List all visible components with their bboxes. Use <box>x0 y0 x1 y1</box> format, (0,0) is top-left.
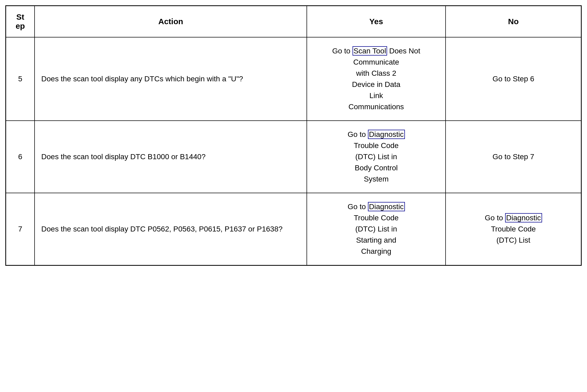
no-cell: Go to Step 7 <box>446 121 581 193</box>
action-cell: Does the scan tool display DTC B1000 or … <box>35 121 307 193</box>
header-action: Action <box>35 6 307 37</box>
step-number: 5 <box>6 37 35 121</box>
table-row: 6 Does the scan tool display DTC B1000 o… <box>6 121 581 193</box>
step-number: 6 <box>6 121 35 193</box>
table-row: 7 Does the scan tool display DTC P0562, … <box>6 193 581 265</box>
header-no: No <box>446 6 581 37</box>
diagnostic-link-row7-yes[interactable]: Diagnostic <box>368 202 405 211</box>
step-number: 7 <box>6 193 35 265</box>
scan-tool-link[interactable]: Scan Tool <box>353 46 387 56</box>
header-step: Step <box>6 6 35 37</box>
action-cell: Does the scan tool display DTC P0562, P0… <box>35 193 307 265</box>
no-cell: Go to Step 6 <box>446 37 581 121</box>
table-wrapper: Step Action Yes No 5 Does the scan tool … <box>0 0 587 392</box>
yes-cell: Go to Diagnostic Trouble Code (DTC) List… <box>307 121 446 193</box>
header-yes: Yes <box>307 6 446 37</box>
diagnostic-table: Step Action Yes No 5 Does the scan tool … <box>5 5 582 266</box>
diagnostic-link-row6-yes[interactable]: Diagnostic <box>368 130 405 139</box>
action-cell: Does the scan tool display any DTCs whic… <box>35 37 307 121</box>
table-row: 5 Does the scan tool display any DTCs wh… <box>6 37 581 121</box>
diagnostic-link-row7-no[interactable]: Diagnostic <box>505 213 542 222</box>
yes-cell: Go to Diagnostic Trouble Code (DTC) List… <box>307 193 446 265</box>
yes-cell: Go to Scan Tool Does Not Communicate wit… <box>307 37 446 121</box>
header-row: Step Action Yes No <box>6 6 581 37</box>
no-cell: Go to Diagnostic Trouble Code (DTC) List <box>446 193 581 265</box>
